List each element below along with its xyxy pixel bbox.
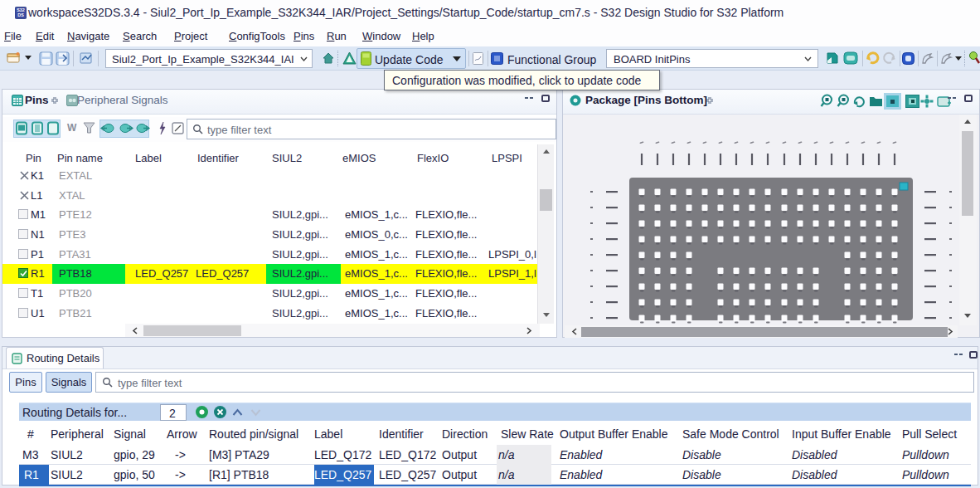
svg-text:DS: DS (17, 12, 24, 17)
